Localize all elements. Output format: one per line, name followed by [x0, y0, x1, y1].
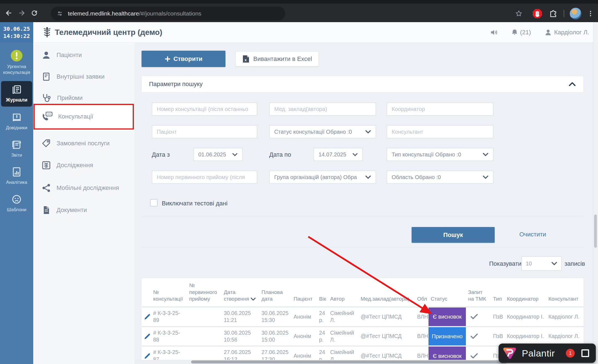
consultant-input[interactable]: Консультант [387, 125, 494, 138]
address-bar[interactable]: telemed.medlink.healthcare/#/journals/co… [51, 7, 285, 20]
date-from-value: 01.06.2025 [198, 151, 226, 158]
col-status[interactable]: Статус [428, 278, 466, 306]
nav-item-templates[interactable]: Шаблони [1, 191, 32, 216]
horizontal-scrollbar-thumb[interactable] [191, 360, 507, 363]
notification-count: (21) [520, 29, 531, 36]
app-header: Телемедичний центр (демо) (21) Кардіолог… [33, 22, 598, 43]
nav-item-reports[interactable]: Звіти [1, 136, 32, 161]
collapse-chevron-up-icon[interactable] [568, 82, 576, 87]
sidebar-item-examinations[interactable]: Дослідження [33, 154, 134, 176]
edit-cell[interactable] [142, 306, 151, 326]
primary-number-cell [187, 306, 222, 326]
region-select[interactable]: Область Обрано :0 [387, 171, 494, 184]
patients-icon [42, 50, 51, 60]
col-coordinator[interactable]: Координатор [505, 278, 546, 306]
exclude-test-data-checkbox[interactable] [150, 199, 158, 206]
col-age[interactable]: Вік [317, 278, 328, 306]
consult-number-cell[interactable]: # К-3-3-25-89 [151, 306, 187, 326]
status-select[interactable]: Статус консультації Обрано :0 [269, 125, 376, 138]
sidebar-item-label: Пацієнти [57, 51, 82, 59]
palantir-window-icon[interactable] [581, 349, 589, 357]
edit-pencil-icon[interactable] [144, 333, 151, 340]
primary-sidebar: 30.06.25 14:30:22 Ургентна консультація … [0, 22, 33, 364]
reload-icon [30, 9, 38, 17]
col-region[interactable]: Обл [415, 278, 428, 306]
col-consult-number[interactable]: № консультації [151, 278, 187, 306]
per-page-select[interactable]: 10 [521, 256, 562, 271]
main-content: Створити x Вивантажити в Excel Параметри… [134, 43, 598, 364]
sidebar-item-documents[interactable]: Документи [33, 199, 134, 221]
user-menu[interactable]: Кардіолог Л. [544, 29, 589, 36]
notifications-button[interactable]: (21) [511, 28, 531, 37]
adblock-extension-button[interactable] [532, 8, 543, 19]
bookmark-star-button[interactable] [513, 7, 525, 20]
sidebar-item-patients[interactable]: Пацієнти [33, 44, 134, 66]
col-consultant[interactable]: Консультант [546, 278, 584, 306]
edit-cell[interactable] [142, 326, 151, 346]
col-type[interactable]: Тип [491, 278, 505, 306]
site-settings-icon[interactable] [56, 10, 63, 17]
col-author[interactable]: Автор [328, 278, 358, 306]
sort-desc-icon[interactable] [250, 297, 256, 301]
primary-number-input[interactable]: Номер первинного прийому (після [152, 171, 257, 184]
date-to-select[interactable]: 14.07.2025 [314, 148, 363, 161]
browser-reload-button[interactable] [28, 7, 40, 19]
chevron-down-icon [365, 130, 371, 134]
nav-item-urgent-consultation[interactable]: Ургентна консультація [1, 47, 32, 78]
date-from-select[interactable]: 01.06.2025 [193, 148, 243, 161]
col-planned-date[interactable]: Планова дата [259, 278, 291, 306]
profile-avatar[interactable] [570, 8, 581, 19]
clock-time: 14:30:22 [3, 33, 30, 39]
consultant-cell: Кардіолог Л. [546, 306, 584, 326]
form-divider [142, 216, 584, 216]
med-org-input[interactable]: Мед. заклад(автора) [269, 102, 376, 116]
export-excel-button[interactable]: x Вивантажити в Excel [235, 51, 319, 66]
col-med-org[interactable]: Мед.заклад(автора) [358, 278, 415, 306]
patient-input[interactable]: Пацієнт [152, 125, 257, 138]
col-primary-number[interactable]: № первинного прийому [187, 278, 222, 306]
clear-button[interactable]: Очистити [519, 231, 546, 238]
url-text[interactable]: telemed.medlink.healthcare/#/journals/co… [68, 10, 201, 17]
col-patient[interactable]: Пацієнт [291, 278, 317, 306]
examination-icon [42, 161, 51, 170]
per-page-value: 10 [526, 260, 532, 267]
consult-number-input[interactable]: Номер консультації (після останньо [152, 102, 257, 116]
status-badge: Є висновок [428, 308, 466, 326]
created-cell: 30.06.2025 10:56 [222, 326, 259, 346]
sidebar-item-ordered-services[interactable]: Замовлені послуги [33, 133, 134, 154]
sidebar-item-internal-requests[interactable]: Внутрішні заявки [33, 66, 134, 87]
edit-pencil-icon[interactable] [144, 313, 151, 320]
nav-item-journals[interactable]: Журнали [1, 81, 32, 107]
consult-number-cell[interactable]: # К-3-3-25-88 [151, 326, 187, 346]
sidebar-item-mobile-examinations[interactable]: Мобільні дослідження [33, 177, 134, 199]
extensions-button[interactable] [549, 9, 558, 18]
search-button[interactable]: Пошук [412, 227, 495, 243]
chevron-down-icon [551, 262, 557, 265]
sound-button[interactable] [490, 28, 499, 37]
nav-item-directories[interactable]: Довідники [1, 109, 32, 134]
consult-type-select[interactable]: Тип консультації Обрано :0 [387, 148, 494, 161]
browser-forward-button[interactable] [16, 7, 28, 19]
browser-menu-button[interactable] [587, 9, 594, 18]
create-button[interactable]: Створити [142, 51, 225, 67]
org-group-select[interactable]: Група організацій (автора) Обра [269, 171, 376, 184]
browser-back-button[interactable] [3, 7, 15, 19]
nav-item-analytics[interactable]: Аналітика [1, 163, 32, 189]
med-org-cell: @#Тест ЦПМСД [358, 306, 415, 326]
sidebar-item-label: Консультації [58, 113, 93, 120]
coordinator-input[interactable]: Координатор [387, 102, 494, 116]
col-created-date[interactable]: Дата створення [222, 278, 259, 306]
tmk-cell [466, 306, 491, 326]
share-nodes-icon [42, 183, 51, 193]
search-panel-header[interactable]: Параметри пошуку [142, 76, 584, 92]
consultations-phone-icon [42, 112, 53, 122]
col-tmk-request[interactable]: Запит на ТМК [466, 278, 491, 306]
patient-cell: Анонім [291, 326, 317, 346]
vertical-scrollbar-thumb[interactable] [594, 215, 597, 248]
edit-pencil-icon[interactable] [144, 352, 151, 360]
sidebar-item-consultations[interactable]: Консультації [33, 106, 134, 127]
star-icon [515, 10, 523, 17]
vertical-scrollbar[interactable] [593, 22, 597, 364]
palantir-widget[interactable]: Palantir 1 [499, 344, 596, 363]
author-cell: Сімейний Л. [328, 326, 358, 346]
